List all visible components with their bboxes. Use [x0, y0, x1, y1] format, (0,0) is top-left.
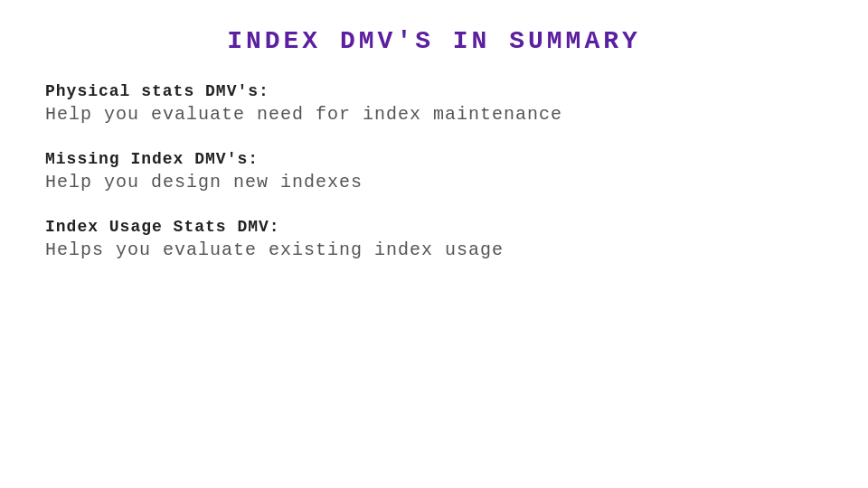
section-index-usage-heading: Index Usage Stats DMV: [45, 218, 504, 236]
section-missing-index-heading: Missing Index DMV's: [45, 150, 363, 168]
section-missing-index-body: Help you design new indexes [45, 172, 363, 192]
page-container: INDEX DMV'S IN SUMMARY Physical stats DM… [0, 0, 868, 488]
section-physical-stats: Physical stats DMV's: Help you evaluate … [45, 82, 562, 125]
section-index-usage: Index Usage Stats DMV: Helps you evaluat… [45, 218, 504, 260]
section-missing-index: Missing Index DMV's: Help you design new… [45, 150, 363, 192]
section-physical-stats-heading: Physical stats DMV's: [45, 82, 562, 100]
section-index-usage-body: Helps you evaluate existing index usage [45, 239, 504, 260]
section-physical-stats-body: Help you evaluate need for index mainten… [45, 104, 562, 125]
page-title: INDEX DMV'S IN SUMMARY [45, 27, 823, 55]
